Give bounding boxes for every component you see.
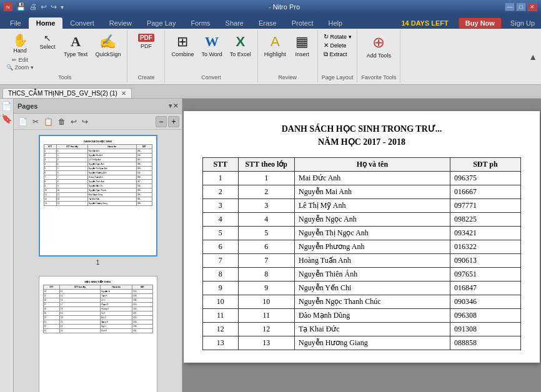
ribbon-group-page-layout: ↻ Rotate ▾ ✕ Delete ⧉ Extract Page Layou…: [318, 30, 358, 83]
maximize-button[interactable]: □: [516, 2, 526, 11]
days-left-label: 14 DAYS LEFT: [396, 18, 453, 28]
extract-label: Extract: [330, 51, 347, 57]
tab-share[interactable]: Share: [218, 17, 251, 29]
table-row: 11Mai Đức Anh096375: [203, 172, 521, 185]
zoom-button[interactable]: 🔍 Zoom ▾: [6, 64, 34, 71]
combine-button[interactable]: ⊞ Combine: [169, 32, 196, 59]
document-page: DANH SÁCH HỌC SINH TRONG TRƯ... NĂM HỌC …: [184, 111, 540, 363]
to-word-label: To Word: [201, 51, 222, 58]
tab-convert[interactable]: Convert: [62, 17, 102, 29]
tab-protect[interactable]: Protect: [284, 17, 321, 29]
table-cell-2-2: Lê Thị Mỹ Anh: [295, 199, 450, 213]
edit-button[interactable]: ✏ Edit: [12, 57, 28, 63]
table-cell-7-3: 097651: [450, 268, 520, 282]
table-cell-5-0: 6: [203, 240, 239, 254]
table-cell-0-0: 1: [203, 172, 239, 185]
quick-save[interactable]: 💾: [16, 2, 26, 11]
window-controls: — □ ✕: [505, 2, 537, 11]
ribbon-collapse[interactable]: ▲: [527, 30, 539, 83]
tab-review[interactable]: Review: [102, 17, 139, 29]
page-layout-buttons: ↻ Rotate ▾ ✕ Delete ⧉ Extract: [322, 32, 353, 59]
sidebar-tool-4[interactable]: 🗑: [56, 117, 67, 127]
select-button[interactable]: ↖ Select: [36, 32, 59, 52]
table-row: 1010Nguyễn Ngọc Thanh Chúc090346: [203, 295, 521, 309]
to-excel-button[interactable]: X To Excel: [227, 32, 254, 59]
zoom-out-button[interactable]: −: [156, 116, 167, 127]
close-button[interactable]: ✕: [527, 2, 537, 11]
page-1-thumbnail[interactable]: DANH SÁCH HỌC SINH STTSTT theo lớpHọ và …: [39, 135, 157, 257]
side-icon-1[interactable]: 📄: [1, 101, 12, 111]
table-cell-6-3: 090613: [450, 254, 520, 268]
sidebar-tool-1[interactable]: 📄: [16, 117, 29, 127]
table-cell-3-3: 098225: [450, 213, 520, 227]
tab-help[interactable]: Help: [321, 17, 350, 29]
rotate-button[interactable]: ↻ Rotate ▾: [322, 32, 353, 41]
minimize-button[interactable]: —: [505, 2, 515, 11]
table-row: 1212Tạ Khai Đức091308: [203, 323, 521, 336]
zoom-controls: − +: [156, 116, 179, 127]
quick-print[interactable]: 🖨: [29, 2, 37, 11]
insert-button[interactable]: ▦ Insert: [291, 32, 314, 59]
table-row: 88Nguyễn Thiên Ánh097651: [203, 268, 521, 282]
type-text-label: Type Text: [64, 51, 87, 58]
highlight-button[interactable]: A Highlight: [262, 32, 289, 59]
quicksign-label: QuickSign: [95, 51, 121, 58]
hand-label: Hand: [13, 47, 27, 54]
sidebar-tool-3[interactable]: 📋: [42, 117, 55, 127]
col-header-name: Họ và tên: [295, 158, 450, 172]
ribbon-group-tools: ✋ Hand ✏ Edit 🔍 Zoom ▾ ↖ Select A Type T…: [2, 30, 127, 83]
pdf-button[interactable]: PDF PDF: [135, 32, 157, 51]
sidebar-header: Pages ▾ ✕: [14, 99, 182, 114]
sidebar: Pages ▾ ✕ 📄 ✂ 📋 🗑 ↩ ↪ − + DANH SÁCH: [14, 99, 182, 392]
tab-forms[interactable]: Forms: [183, 17, 217, 29]
doc-tab[interactable]: THCS_CẪM THỊNH_DS_GV_HS(2) (1) ✕: [2, 88, 132, 98]
sidebar-tool-6[interactable]: ↪: [80, 117, 90, 127]
table-cell-10-1: 11: [238, 309, 294, 323]
extract-button[interactable]: ⧉ Extract: [322, 50, 353, 59]
buy-now-button[interactable]: Buy Now: [459, 17, 502, 29]
tab-erase[interactable]: Erase: [251, 17, 284, 29]
add-tools-button[interactable]: ⊕ Add Tools: [364, 32, 394, 61]
hand-button[interactable]: ✋ Hand: [9, 32, 31, 56]
page-2-thumbnail[interactable]: HỌC SINH TIẾP THEO STTSTT theo lớpHọ và …: [39, 276, 157, 392]
create-group-label: Create: [137, 74, 154, 82]
sidebar-close-button[interactable]: ✕: [173, 102, 178, 109]
sidebar-tool-5[interactable]: ↩: [69, 117, 79, 127]
close-tab-button[interactable]: ✕: [121, 90, 126, 97]
zoom-in-button[interactable]: +: [168, 116, 179, 127]
delete-button[interactable]: ✕ Delete: [322, 41, 353, 49]
type-text-button[interactable]: A Type Text: [61, 32, 90, 59]
table-cell-5-1: 6: [238, 240, 294, 254]
col-header-stttl: STT theo lớp: [238, 158, 294, 172]
table-cell-3-2: Nguyễn Ngọc Anh: [295, 213, 450, 227]
table-cell-5-2: Nguyễn Phương Anh: [295, 240, 450, 254]
quick-undo[interactable]: ↩: [41, 2, 47, 11]
insert-label: Insert: [295, 51, 310, 58]
ribbon-tab-bar: File Home Convert Review Page Lay Forms …: [0, 14, 541, 29]
tools-group-label: Tools: [58, 74, 71, 82]
table-cell-4-0: 5: [203, 227, 239, 240]
sidebar-tool-2[interactable]: ✂: [31, 117, 41, 127]
tab-file[interactable]: File: [2, 17, 29, 29]
quick-redo[interactable]: ↪: [51, 2, 57, 11]
doc-tab-label: THCS_CẪM THỊNH_DS_GV_HS(2) (1): [8, 90, 117, 97]
table-cell-10-0: 11: [203, 309, 239, 323]
table-cell-1-2: Nguyễn Mai Anh: [295, 185, 450, 199]
tab-pagelay[interactable]: Page Lay: [139, 17, 183, 29]
to-word-button[interactable]: W To Word: [199, 32, 224, 59]
table-cell-6-2: Hoàng Tuấn Anh: [295, 254, 450, 268]
sign-up-button[interactable]: Sign Up: [507, 18, 539, 28]
type-text-icon: A: [71, 34, 81, 50]
sidebar-options-button[interactable]: ▾: [169, 102, 172, 109]
thumb-table-2: STTSTT theo lớpHọ và tênSĐT 1414Nguyễn A…: [43, 285, 153, 333]
quicksign-button[interactable]: ✍ QuickSign: [92, 32, 123, 59]
select-icon: ↖: [44, 34, 51, 42]
quicksign-icon: ✍: [99, 34, 116, 50]
side-icon-2[interactable]: 🔖: [1, 114, 12, 124]
table-cell-9-1: 10: [238, 295, 294, 309]
table-cell-12-2: Nguyễn Hương Giang: [295, 336, 450, 350]
sidebar-toolbar: 📄 ✂ 📋 🗑 ↩ ↪ − +: [14, 114, 182, 130]
tab-home[interactable]: Home: [29, 17, 63, 29]
title-bar-left: N 💾 🖨 ↩ ↪ ▾: [4, 2, 64, 11]
table-cell-2-0: 3: [203, 199, 239, 213]
